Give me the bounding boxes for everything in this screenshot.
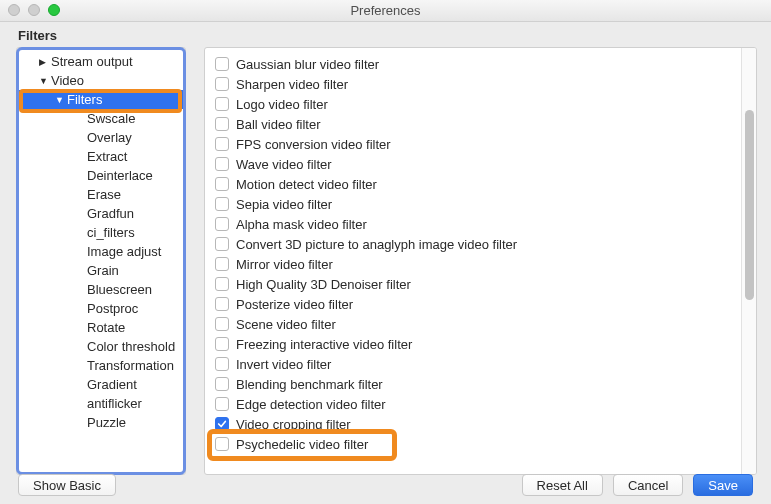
- filter-row[interactable]: High Quality 3D Denoiser filter: [215, 274, 741, 294]
- filter-checkbox[interactable]: [215, 277, 229, 291]
- filter-row[interactable]: Invert video filter: [215, 354, 741, 374]
- filter-checkbox[interactable]: [215, 257, 229, 271]
- sidebar-item-gradient[interactable]: Gradient: [17, 375, 185, 394]
- sidebar-tree[interactable]: ▶Stream output▼Video▼FiltersSwscaleOverl…: [16, 47, 186, 475]
- filter-checkbox[interactable]: [215, 397, 229, 411]
- sidebar-item-image-adjust[interactable]: Image adjust: [17, 242, 185, 261]
- filter-label: FPS conversion video filter: [236, 137, 391, 152]
- filter-row[interactable]: Scene video filter: [215, 314, 741, 334]
- filter-checkbox[interactable]: [215, 317, 229, 331]
- filter-checkbox[interactable]: [215, 177, 229, 191]
- filter-row[interactable]: Freezing interactive video filter: [215, 334, 741, 354]
- sidebar-item-erase[interactable]: Erase: [17, 185, 185, 204]
- filter-row[interactable]: Psychedelic video filter: [215, 434, 741, 454]
- filter-row[interactable]: Sharpen video filter: [215, 74, 741, 94]
- filter-row[interactable]: Convert 3D picture to anaglyph image vid…: [215, 234, 741, 254]
- sidebar-item-video[interactable]: ▼Video: [17, 71, 185, 90]
- disclosure-arrow-icon: ▼: [39, 76, 49, 86]
- sidebar-item-label: Postproc: [87, 301, 138, 316]
- sidebar-item-label: Image adjust: [87, 244, 161, 259]
- minimize-icon[interactable]: [28, 4, 40, 16]
- sidebar-item-transformation[interactable]: Transformation: [17, 356, 185, 375]
- sidebar-item-rotate[interactable]: Rotate: [17, 318, 185, 337]
- filter-row[interactable]: Wave video filter: [215, 154, 741, 174]
- sidebar-item-label: Deinterlace: [87, 168, 153, 183]
- filter-label: Scene video filter: [236, 317, 336, 332]
- filter-checkbox[interactable]: [215, 117, 229, 131]
- sidebar-item-label: Extract: [87, 149, 127, 164]
- sidebar-item-label: Puzzle: [87, 415, 126, 430]
- sidebar-item-antiflicker[interactable]: antiflicker: [17, 394, 185, 413]
- filter-checkbox[interactable]: [215, 217, 229, 231]
- sidebar-item-extract[interactable]: Extract: [17, 147, 185, 166]
- filter-label: Edge detection video filter: [236, 397, 386, 412]
- filter-checkbox[interactable]: [215, 97, 229, 111]
- sidebar-item-filters[interactable]: ▼Filters: [17, 90, 185, 109]
- sidebar-item-color-threshold[interactable]: Color threshold: [17, 337, 185, 356]
- zoom-icon[interactable]: [48, 4, 60, 16]
- filter-label: Gaussian blur video filter: [236, 57, 379, 72]
- filter-checkbox[interactable]: [215, 337, 229, 351]
- filter-row[interactable]: Posterize video filter: [215, 294, 741, 314]
- filter-row[interactable]: Logo video filter: [215, 94, 741, 114]
- cancel-button[interactable]: Cancel: [613, 474, 683, 496]
- sidebar-item-overlay[interactable]: Overlay: [17, 128, 185, 147]
- filter-label: Ball video filter: [236, 117, 321, 132]
- filter-checkbox[interactable]: [215, 197, 229, 211]
- filter-row[interactable]: Sepia video filter: [215, 194, 741, 214]
- filter-label: Sepia video filter: [236, 197, 332, 212]
- save-button[interactable]: Save: [693, 474, 753, 496]
- footer: Show Basic Reset All Cancel Save: [0, 474, 771, 496]
- filter-row[interactable]: Video cropping filter: [215, 414, 741, 434]
- filter-checkbox[interactable]: [215, 57, 229, 71]
- sidebar-item-puzzle[interactable]: Puzzle: [17, 413, 185, 432]
- sidebar-item-swscale[interactable]: Swscale: [17, 109, 185, 128]
- filter-row[interactable]: Motion detect video filter: [215, 174, 741, 194]
- sidebar-item-label: Erase: [87, 187, 121, 202]
- filter-row[interactable]: Edge detection video filter: [215, 394, 741, 414]
- sidebar-item-label: Overlay: [87, 130, 132, 145]
- filter-row[interactable]: Gaussian blur video filter: [215, 54, 741, 74]
- scrollbar-thumb[interactable]: [745, 110, 754, 300]
- sidebar-item-label: Video: [51, 73, 84, 88]
- sidebar-item-ci-filters[interactable]: ci_filters: [17, 223, 185, 242]
- filter-list[interactable]: Gaussian blur video filterSharpen video …: [205, 48, 741, 474]
- filter-row[interactable]: Ball video filter: [215, 114, 741, 134]
- filter-checkbox[interactable]: [215, 357, 229, 371]
- filter-checkbox[interactable]: [215, 297, 229, 311]
- filter-checkbox[interactable]: [215, 237, 229, 251]
- sidebar-item-gradfun[interactable]: Gradfun: [17, 204, 185, 223]
- sidebar-item-label: Grain: [87, 263, 119, 278]
- filter-row[interactable]: Blending benchmark filter: [215, 374, 741, 394]
- reset-all-button[interactable]: Reset All: [522, 474, 603, 496]
- sidebar-item-grain[interactable]: Grain: [17, 261, 185, 280]
- filter-checkbox[interactable]: [215, 137, 229, 151]
- sidebar-item-label: Bluescreen: [87, 282, 152, 297]
- show-basic-button[interactable]: Show Basic: [18, 474, 116, 496]
- sidebar-item-label: Filters: [67, 92, 102, 107]
- window-title: Preferences: [0, 3, 771, 18]
- filter-checkbox[interactable]: [215, 437, 229, 451]
- filter-checkbox[interactable]: [215, 417, 229, 431]
- close-icon[interactable]: [8, 4, 20, 16]
- filter-row[interactable]: Alpha mask video filter: [215, 214, 741, 234]
- disclosure-arrow-icon: ▶: [39, 57, 49, 67]
- filter-row[interactable]: Mirror video filter: [215, 254, 741, 274]
- sidebar-item-label: Color threshold: [87, 339, 175, 354]
- sidebar-item-bluescreen[interactable]: Bluescreen: [17, 280, 185, 299]
- sidebar-item-label: Gradfun: [87, 206, 134, 221]
- filter-label: Mirror video filter: [236, 257, 333, 272]
- filter-row[interactable]: FPS conversion video filter: [215, 134, 741, 154]
- sidebar-item-postproc[interactable]: Postproc: [17, 299, 185, 318]
- sidebar-item-label: antiflicker: [87, 396, 142, 411]
- filter-label: Sharpen video filter: [236, 77, 348, 92]
- sidebar-item-deinterlace[interactable]: Deinterlace: [17, 166, 185, 185]
- sidebar-item-label: ci_filters: [87, 225, 135, 240]
- filter-label: Wave video filter: [236, 157, 332, 172]
- filter-checkbox[interactable]: [215, 157, 229, 171]
- scrollbar[interactable]: [741, 48, 756, 474]
- content-area: ▶Stream output▼Video▼FiltersSwscaleOverl…: [0, 47, 771, 475]
- filter-checkbox[interactable]: [215, 377, 229, 391]
- sidebar-item-stream-output[interactable]: ▶Stream output: [17, 52, 185, 71]
- filter-checkbox[interactable]: [215, 77, 229, 91]
